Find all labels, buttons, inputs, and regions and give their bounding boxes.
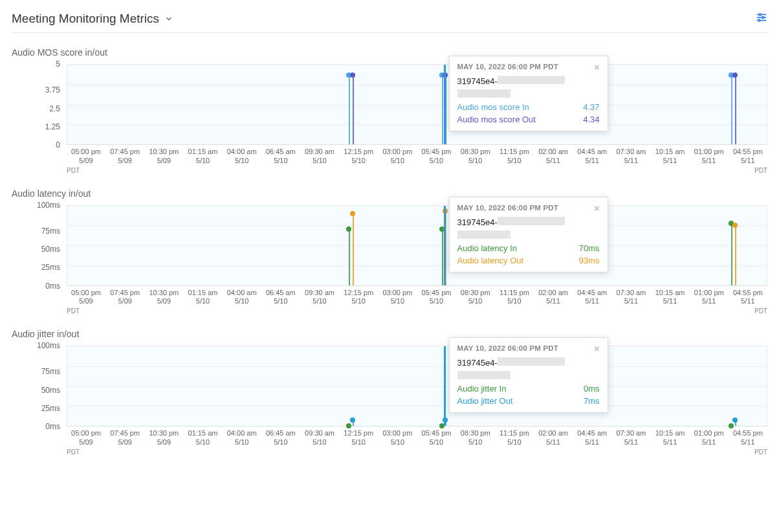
data-stem [442,229,443,285]
plot-area[interactable]: MAY 10, 2022 06:00 PM PDT×319745e4-Audio… [67,64,767,145]
section-title-toggle[interactable]: Meeting Monitoring Metrics [12,12,173,26]
hover-cursor [444,65,446,144]
data-point[interactable] [346,423,351,428]
plot-area[interactable]: MAY 10, 2022 06:00 PM PDT×319745e4-Audio… [67,205,767,286]
y-axis: 53.752.51.250 [12,64,67,145]
data-stem [445,75,446,144]
x-tick: 06:45 am5/10 [261,289,300,307]
x-axis: 05:00 pm5/0907:45 pm5/0910:30 pm5/0901:1… [67,429,767,447]
tooltip-timestamp: MAY 10, 2022 06:00 PM PDT [457,344,559,353]
chart-section: Audio jitter in/out100ms75ms50ms25ms0msM… [12,329,767,456]
tooltip-metric-label: Audio jitter In [457,384,507,393]
data-point[interactable] [732,417,738,423]
data-point[interactable] [350,72,355,78]
data-point[interactable] [732,72,738,78]
y-axis: 100ms75ms50ms25ms0ms [12,346,67,427]
x-tick: 11:15 pm5/10 [495,289,534,307]
x-tick: 11:15 pm5/10 [495,148,534,166]
close-icon[interactable]: × [594,344,599,353]
x-tick: 04:45 am5/11 [573,429,611,447]
tooltip-metric-row: Audio mos score Out4.34 [457,115,600,124]
x-tick: 09:30 am5/10 [300,148,339,166]
data-point[interactable] [350,211,355,216]
filter-icon[interactable] [756,12,767,26]
tooltip-metric-value: 0ms [584,384,600,393]
x-tick: 04:45 am5/11 [573,289,611,307]
close-icon[interactable]: × [594,63,599,72]
x-tick: 03:00 pm5/10 [378,429,417,447]
hover-cursor [444,346,446,426]
tooltip: MAY 10, 2022 06:00 PM PDT×319745e4-Audio… [449,337,608,413]
svg-point-5 [758,19,760,21]
tooltip-timestamp: MAY 10, 2022 06:00 PM PDT [457,204,559,213]
x-tick: 07:30 am5/11 [611,429,650,447]
plot-area[interactable]: MAY 10, 2022 06:00 PM PDT×319745e4-Audio… [67,346,767,427]
data-stem [353,75,354,144]
x-tick: 05:00 pm5/09 [67,148,105,166]
data-stem [442,75,443,145]
x-tick: 08:30 pm5/10 [456,148,495,166]
x-tick: 05:00 pm5/09 [67,289,105,307]
tooltip: MAY 10, 2022 06:00 PM PDT×319745e4-Audio… [449,56,608,131]
tooltip-metric-label: Audio latency Out [457,256,524,265]
x-tick: 10:30 pm5/09 [144,429,183,447]
close-icon[interactable]: × [594,204,599,213]
data-point[interactable] [732,223,738,228]
x-tick: 02:00 am5/11 [534,289,573,307]
x-tick: 01:00 pm5/11 [690,289,729,307]
tooltip-meeting-id: 319745e4- [457,76,600,86]
svg-point-3 [762,17,764,19]
y-tick: 1.25 [45,123,60,131]
x-tick: 08:30 pm5/10 [456,429,495,447]
tooltip-metric-label: Audio mos score In [457,102,529,112]
x-tick: 02:00 am5/11 [534,148,573,166]
x-tick: 05:00 pm5/09 [67,429,105,447]
x-tick: 04:45 am5/11 [573,148,611,166]
section-header: Meeting Monitoring Metrics [12,12,767,33]
x-tick: 04:00 am5/10 [223,148,261,166]
x-tick: 12:15 pm5/10 [339,148,378,166]
timezone-row: PDTPDT [67,307,767,315]
x-tick: 07:30 am5/11 [611,148,650,166]
chevron-down-icon [164,14,173,23]
y-tick: 0ms [45,423,60,430]
chart-title: Audio MOS score in/out [12,47,767,58]
data-stem [735,75,736,144]
data-point[interactable] [729,423,734,428]
tooltip-timestamp: MAY 10, 2022 06:00 PM PDT [457,63,559,72]
tooltip-metric-value: 4.37 [583,102,599,112]
data-stem [349,229,350,285]
y-tick: 2.5 [49,105,60,113]
data-point[interactable] [346,227,351,232]
x-tick: 03:00 pm5/10 [378,148,417,166]
tooltip-meeting-id: 319745e4- [457,217,600,227]
redacted-text [457,230,510,239]
x-tick: 01:15 am5/10 [184,148,223,166]
tooltip: MAY 10, 2022 06:00 PM PDT×319745e4-Audio… [449,197,608,272]
x-tick: 06:45 am5/10 [261,429,300,447]
x-axis: 05:00 pm5/0907:45 pm5/0910:30 pm5/0901:1… [67,289,767,307]
x-tick: 11:15 pm5/10 [495,429,534,447]
x-tick: 12:15 pm5/10 [339,289,378,307]
x-tick: 01:15 am5/10 [184,289,223,307]
y-tick: 75ms [41,368,60,375]
tooltip-metric-row: Audio latency In70ms [457,243,600,253]
x-tick: 05:45 pm5/10 [417,429,456,447]
tooltip-metric-value: 7ms [584,396,600,406]
data-point[interactable] [350,417,355,423]
y-tick: 50ms [41,245,60,253]
data-stem [445,211,446,285]
data-stem [735,225,736,285]
x-tick: 06:45 am5/10 [261,148,300,166]
tooltip-metric-row: Audio latency Out93ms [457,256,600,265]
y-axis: 100ms75ms50ms25ms0ms [12,205,67,286]
tooltip-metric-row: Audio jitter In0ms [457,384,600,393]
x-tick: 05:45 pm5/10 [417,148,456,166]
redacted-text [457,371,510,379]
x-tick: 07:45 pm5/09 [105,289,144,307]
page-title: Meeting Monitoring Metrics [12,12,159,26]
x-tick: 07:45 pm5/09 [105,429,144,447]
tooltip-metric-value: 4.34 [583,115,599,124]
y-tick: 50ms [41,386,60,394]
x-tick: 01:00 pm5/11 [690,148,729,166]
